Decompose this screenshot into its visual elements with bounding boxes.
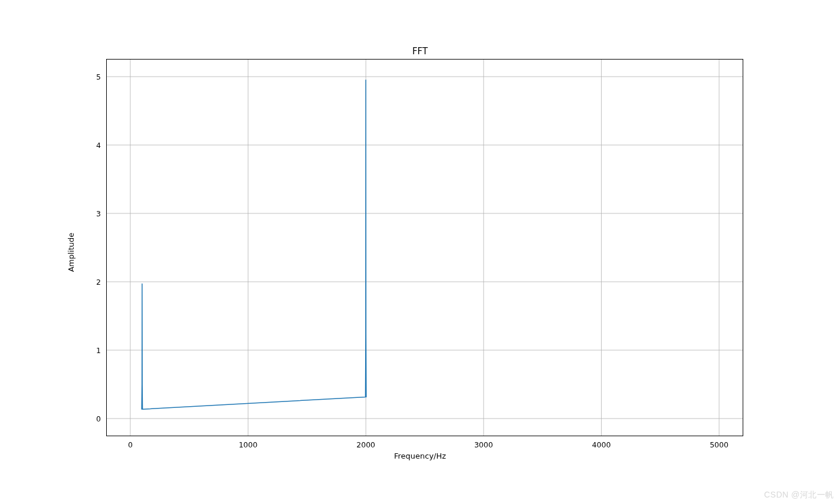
x-tick-label: 5000 xyxy=(710,440,729,449)
y-tick-label: 3 xyxy=(96,209,101,218)
y-axis-label: Amplitude xyxy=(67,232,76,272)
plot-svg xyxy=(107,60,743,436)
x-tick-label: 0 xyxy=(128,440,133,449)
x-tick-label: 2000 xyxy=(356,440,375,449)
y-tick-label: 0 xyxy=(96,414,101,423)
plot-axes: 010002000300040005000 012345 xyxy=(106,59,743,436)
watermark-text: CSDN @河北一帆 xyxy=(764,490,834,500)
grid-lines xyxy=(107,60,743,436)
x-axis-label: Frequency/Hz xyxy=(0,452,840,460)
y-tick-label: 4 xyxy=(96,141,101,150)
x-tick-label: 3000 xyxy=(474,440,493,449)
x-tick-label: 1000 xyxy=(239,440,258,449)
x-tick-label: 4000 xyxy=(592,440,611,449)
y-tick-label: 5 xyxy=(96,73,101,81)
chart-title: FFT xyxy=(0,46,840,57)
figure: FFT Amplitude Frequency/Hz 0100020003000… xyxy=(0,0,840,504)
y-tick-label: 2 xyxy=(96,278,101,286)
y-tick-label: 1 xyxy=(96,346,101,355)
fft-line xyxy=(142,80,366,409)
